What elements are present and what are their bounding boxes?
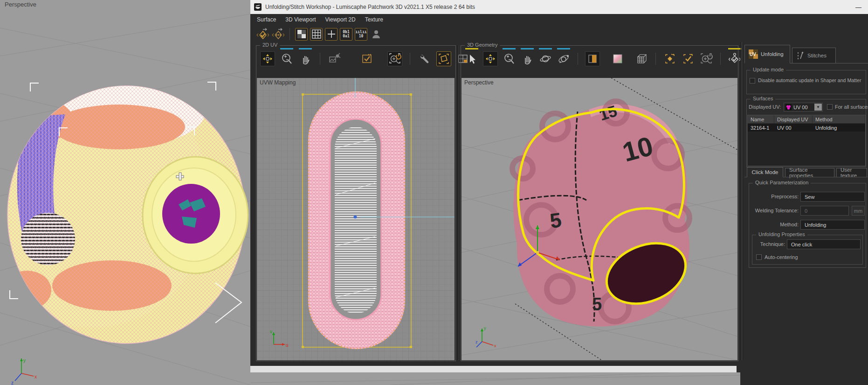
panel-splitter[interactable] (456, 45, 461, 360)
bg-axis-y-label: y (23, 358, 26, 363)
surfaces-group: Surfaces Displayed UV: UV 00 ▼ For all s… (746, 99, 866, 167)
screen: x z y Perspective Unfolding/Stitch Works… (0, 0, 868, 385)
vp-axis-x-label: x (494, 343, 496, 348)
displayed-uv-dropdown[interactable]: UV 00 ▼ (784, 103, 823, 112)
ruler-icon-text: 10 (359, 34, 364, 38)
technique-dropdown[interactable]: One click (787, 239, 861, 249)
toolbar-separator (410, 53, 410, 65)
levels-icon-line1: 0b1 (343, 30, 349, 34)
toolbar-separator (655, 53, 656, 65)
title-bar[interactable]: Unfolding/Stitch Workshop - Lumiscaphe P… (250, 0, 868, 14)
panel-3d-geometry-title: 3D Geometry (465, 42, 500, 48)
menu-texture[interactable]: Texture (360, 15, 388, 24)
wireframe-button[interactable] (634, 52, 648, 66)
ruler-button[interactable]: ıılıı 10 (355, 28, 367, 41)
method-dropdown[interactable]: Unfolding (800, 220, 865, 230)
welding-tolerance-input[interactable]: 0 (800, 206, 849, 216)
hand-tool-3d-button[interactable] (520, 52, 534, 66)
uv-set-icon (785, 104, 792, 110)
tab-unfolding[interactable]: UV Unfolding (744, 45, 790, 63)
grid-display-button[interactable] (310, 28, 323, 41)
update-mode-group: Update mode Disable automatic update in … (746, 70, 866, 94)
quick-parameterization-group: Quick Parameterization Preprocess: Sew W… (749, 183, 866, 268)
turntable-camera-button[interactable] (557, 52, 571, 66)
minimize-button[interactable]: — (855, 4, 861, 11)
validate-panel-button[interactable] (360, 52, 374, 66)
uv-axis-u-label: u (286, 343, 289, 347)
diamond-select-icon (664, 53, 676, 65)
pan-move-3d-button[interactable] (483, 51, 498, 66)
levels-icon-line2: 0a1 (343, 34, 349, 38)
geometry-viewport[interactable]: Perspective (462, 78, 737, 360)
tab-user-texture[interactable]: User texture (836, 168, 867, 177)
zoom-tool-2d-button[interactable] (280, 52, 294, 66)
purple-logo-disk (162, 184, 220, 244)
col-header-displayed-uv[interactable]: Displayed UV (774, 115, 813, 124)
tab-surface-properties[interactable]: Surface properties (785, 168, 834, 177)
orbit-camera-button[interactable] (538, 52, 552, 66)
cross-display-button[interactable] (325, 28, 338, 41)
background-scene: x z y (0, 0, 250, 385)
unfold-options-button[interactable] (271, 28, 284, 41)
table-row[interactable]: 32164-1 UV 00 Unfolding (748, 124, 865, 132)
stitches-icon (796, 51, 805, 60)
background-image-button[interactable] (328, 52, 342, 66)
pan-move-2d-button[interactable] (260, 51, 275, 66)
tab-click-mode[interactable]: Click Mode (747, 167, 783, 177)
vp-axis-y-label: y (484, 326, 486, 330)
main-toolbar: 0b1 0a1 ıılıı 10 (250, 25, 868, 43)
select-surface-mode-button[interactable] (663, 52, 677, 66)
sidebar-splitter[interactable] (739, 42, 744, 360)
uv-icon-text: UV (750, 52, 756, 57)
auto-zoom-selected-3d-button[interactable] (699, 52, 713, 66)
validate-selection-button[interactable] (681, 52, 695, 66)
preprocess-dropdown[interactable]: Sew (800, 192, 865, 202)
uvw-viewport-label: UVW Mapping (260, 79, 296, 86)
unfold-validate-button[interactable] (256, 28, 269, 41)
hand-tool-2d-button[interactable] (298, 52, 312, 66)
for-all-surfaces-checkbox[interactable] (827, 104, 833, 110)
workshop-window: Unfolding/Stitch Workshop - Lumiscaphe P… (250, 0, 868, 385)
auto-centering-checkbox[interactable] (756, 254, 762, 260)
menu-viewport-2d[interactable]: Viewport 2D (321, 15, 360, 24)
preprocess-value: Sew (805, 194, 814, 200)
check-select-icon (682, 53, 694, 65)
avatar-button[interactable] (370, 28, 383, 41)
dropdown-arrow-button[interactable]: ▼ (814, 104, 822, 111)
menu-surface[interactable]: Surface (252, 15, 281, 24)
menu-3d-viewport[interactable]: 3D Viewport (281, 15, 320, 24)
texture-preview-button[interactable] (611, 52, 625, 66)
grid-cube-icon (635, 53, 648, 65)
zoom-power-icon (700, 52, 713, 65)
quad-select-2d-button[interactable] (436, 51, 451, 66)
bg-axis-x-label: x (34, 374, 37, 379)
window-title: Unfolding/Stitch Workshop - Lumiscaphe P… (265, 4, 475, 10)
uv-levels-button[interactable]: 0b1 0a1 (340, 28, 352, 41)
background-viewport[interactable]: x z y Perspective (0, 0, 250, 385)
unfold-options-icon (271, 28, 284, 41)
window-bottom-strip (250, 366, 737, 372)
disable-auto-update-checkbox[interactable] (750, 78, 755, 84)
uvw-mapping-viewport[interactable]: UVW Mapping (257, 78, 455, 360)
sidebar: UV Unfolding Stitches Update mode Disabl… (744, 42, 868, 385)
unfold-validate-icon (256, 28, 269, 41)
tab-stitches[interactable]: Stitches (792, 48, 836, 63)
panel-2d-uv-title: 2D UV (260, 42, 280, 48)
uv-checker-icon: UV (749, 49, 758, 59)
cuff-scene: 15 10 5 5 (462, 78, 737, 360)
checker-display-button[interactable] (295, 28, 308, 41)
auto-zoom-selected-2d-button[interactable] (387, 51, 402, 66)
display-mode-button[interactable] (585, 51, 600, 66)
ruler-icon-bars: ıılıı (355, 30, 366, 34)
cell-displayed-uv: UV 00 (774, 124, 813, 132)
app-icon (254, 3, 262, 11)
col-header-method[interactable]: Method (813, 115, 865, 124)
orbit-satellite-icon (558, 53, 570, 65)
settings-2d-button[interactable] (418, 52, 432, 66)
quick-parameterization-title: Quick Parameterization (753, 180, 811, 185)
select-tool-button[interactable] (465, 52, 479, 66)
active-indicator (557, 48, 570, 49)
zoom-tool-3d-button[interactable] (502, 52, 516, 66)
welding-tolerance-label: Welding Tolerance: (749, 208, 799, 213)
col-header-name[interactable]: Name (748, 115, 774, 124)
